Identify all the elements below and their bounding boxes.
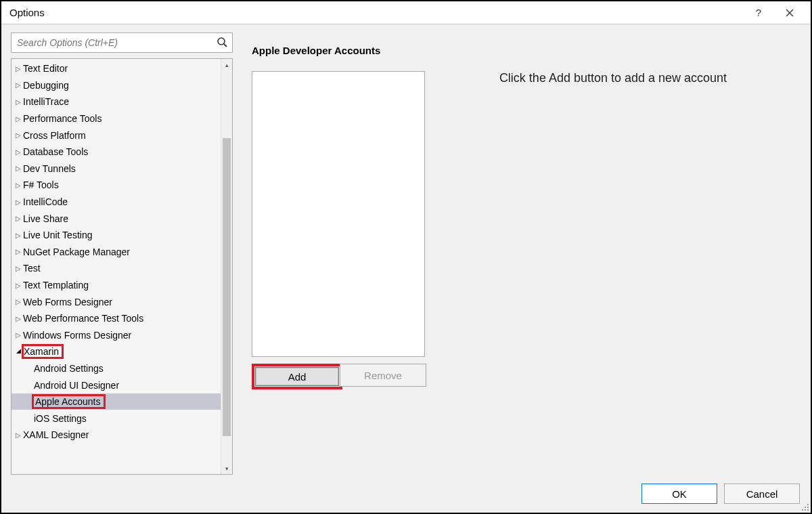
- tree-item-windows-forms-designer[interactable]: ▷Windows Forms Designer: [12, 327, 221, 344]
- chevron-right-icon: ▷: [14, 248, 22, 255]
- tree-item-label: Dev Tunnels: [23, 163, 76, 174]
- chevron-right-icon: ▷: [14, 198, 22, 206]
- tree-item-web-forms-designer[interactable]: ▷Web Forms Designer: [12, 293, 221, 310]
- tree-item-web-performance-test-tools[interactable]: ▷Web Performance Test Tools: [12, 310, 221, 327]
- options-sidebar: ▷Text Editor▷Debugging▷IntelliTrace▷Perf…: [11, 33, 233, 475]
- dialog-footer: OK Cancel: [1, 475, 811, 513]
- close-button[interactable]: [774, 3, 805, 23]
- chevron-right-icon: ▷: [14, 115, 22, 123]
- tree-item-debugging[interactable]: ▷Debugging: [12, 77, 221, 94]
- tree-item-intellitrace[interactable]: ▷IntelliTrace: [12, 93, 221, 110]
- chevron-right-icon: ▷: [14, 131, 22, 139]
- tree-item-label: Apple Accounts: [32, 394, 106, 409]
- tree-item-text-editor[interactable]: ▷Text Editor: [12, 60, 221, 77]
- tree-item-xamarin[interactable]: ◢Xamarin: [12, 343, 221, 360]
- tree-item-label: Live Unit Testing: [23, 230, 92, 240]
- tree-item-label: Performance Tools: [23, 113, 102, 124]
- chevron-right-icon: ▷: [14, 298, 22, 305]
- chevron-right-icon: ▷: [14, 181, 22, 189]
- accounts-listbox[interactable]: [252, 71, 425, 357]
- tree-item-live-share[interactable]: ▷Live Share: [12, 210, 221, 227]
- chevron-right-icon: ▷: [14, 232, 22, 239]
- tree-item-ios-settings[interactable]: iOS Settings: [12, 410, 221, 427]
- tree-item-intellicode[interactable]: ▷IntelliCode: [12, 194, 221, 211]
- tree-item-label: Windows Forms Designer: [23, 330, 131, 341]
- options-content: Apple Developer Accounts Click the Add b…: [233, 33, 801, 475]
- cancel-button[interactable]: Cancel: [724, 484, 800, 504]
- tree-item-label: F# Tools: [23, 179, 59, 190]
- svg-point-0: [218, 38, 225, 45]
- chevron-right-icon: ▷: [14, 265, 22, 272]
- scroll-down-icon[interactable]: ▾: [221, 463, 232, 474]
- titlebar: Options ?: [1, 1, 811, 24]
- chevron-right-icon: ▷: [14, 165, 22, 172]
- tree-item-performance-tools[interactable]: ▷Performance Tools: [12, 110, 221, 127]
- remove-button: Remove: [340, 364, 426, 387]
- tree-item-label: Live Share: [23, 213, 68, 224]
- chevron-right-icon: ▷: [14, 81, 22, 89]
- chevron-right-icon: ▷: [14, 331, 22, 339]
- help-button[interactable]: ?: [743, 3, 774, 23]
- add-button[interactable]: Add: [255, 367, 339, 386]
- tree-item-label: IntelliCode: [23, 196, 68, 207]
- chevron-right-icon: ▷: [14, 315, 22, 322]
- tree-item-live-unit-testing[interactable]: ▷Live Unit Testing: [12, 227, 221, 244]
- chevron-right-icon: ▷: [14, 148, 22, 156]
- chevron-right-icon: ▷: [14, 282, 22, 289]
- tree-item-fsharp-tools[interactable]: ▷F# Tools: [12, 177, 221, 194]
- tree-item-android-settings[interactable]: Android Settings: [12, 360, 221, 377]
- tree-item-label: Android UI Designer: [34, 380, 119, 391]
- tree-item-label: NuGet Package Manager: [23, 247, 130, 257]
- tree-item-label: Android Settings: [34, 363, 104, 374]
- tree-item-test[interactable]: ▷Test: [12, 260, 221, 277]
- search-input[interactable]: [17, 37, 213, 48]
- tree-item-label: Text Editor: [23, 63, 68, 74]
- tree-item-dev-tunnels[interactable]: ▷Dev Tunnels: [12, 160, 221, 177]
- search-icon: [217, 37, 228, 50]
- tree-item-xaml-designer[interactable]: ▷XAML Designer: [12, 427, 221, 444]
- tree-item-database-tools[interactable]: ▷Database Tools: [12, 144, 221, 160]
- options-tree[interactable]: ▷Text Editor▷Debugging▷IntelliTrace▷Perf…: [12, 59, 221, 474]
- tree-item-cross-platform[interactable]: ▷Cross Platform: [12, 127, 221, 144]
- tree-item-label: Test: [23, 263, 41, 274]
- tree-item-apple-accounts[interactable]: Apple Accounts: [12, 393, 221, 410]
- scroll-up-icon[interactable]: ▴: [221, 59, 232, 70]
- tree-item-label: Web Forms Designer: [23, 297, 112, 307]
- tree-item-label: Debugging: [23, 80, 69, 91]
- tree-item-label: Cross Platform: [23, 130, 86, 141]
- scroll-thumb[interactable]: [223, 138, 231, 436]
- accounts-hint: Click the Add button to add a new accoun…: [425, 71, 801, 85]
- tree-item-label: iOS Settings: [34, 413, 87, 424]
- chevron-right-icon: ▷: [14, 431, 22, 439]
- tree-item-label: Database Tools: [23, 146, 88, 157]
- tree-item-android-ui-designer[interactable]: Android UI Designer: [12, 377, 221, 393]
- search-input-wrap[interactable]: [11, 33, 233, 53]
- tree-item-label: IntelliTrace: [23, 96, 69, 107]
- tree-item-label: Web Performance Test Tools: [23, 313, 143, 324]
- chevron-right-icon: ▷: [14, 98, 22, 106]
- tree-item-text-templating[interactable]: ▷Text Templating: [12, 277, 221, 294]
- section-title: Apple Developer Accounts: [252, 45, 801, 56]
- resize-grip[interactable]: [799, 501, 809, 511]
- tree-item-nuget-package-manager[interactable]: ▷NuGet Package Manager: [12, 244, 221, 261]
- chevron-right-icon: ▷: [14, 215, 22, 222]
- window-title: Options: [9, 7, 743, 18]
- tree-item-label: Xamarin: [22, 344, 64, 359]
- add-button-highlight: Add: [252, 364, 342, 389]
- chevron-right-icon: ▷: [14, 65, 22, 72]
- ok-button[interactable]: OK: [641, 484, 717, 504]
- tree-item-label: Text Templating: [23, 280, 89, 291]
- chevron-down-icon: ◢: [14, 347, 22, 354]
- tree-item-label: XAML Designer: [23, 429, 89, 440]
- close-icon: [786, 9, 794, 17]
- tree-scrollbar[interactable]: ▴ ▾: [221, 59, 232, 474]
